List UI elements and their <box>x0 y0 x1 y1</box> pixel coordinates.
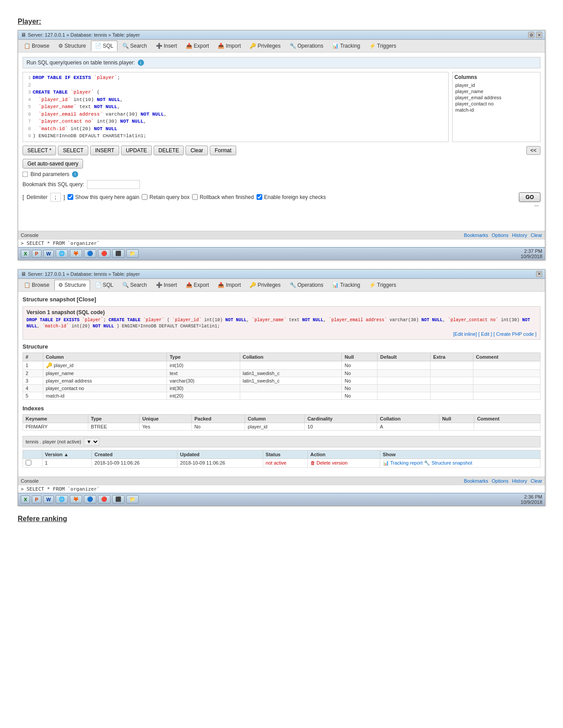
tab-triggers[interactable]: ⚡ Triggers <box>365 41 401 51</box>
retain-checkbox[interactable] <box>142 194 147 200</box>
taskbar-word[interactable]: W <box>43 250 54 258</box>
w2-close-icon[interactable]: ✕ <box>536 271 542 277</box>
info-icon: i <box>138 60 144 66</box>
structure-snapshot-link[interactable]: 🔧 Structure snapshot <box>424 460 472 465</box>
w2-tab-privileges[interactable]: 🔑 Privileges <box>246 280 284 290</box>
tracking-report-link[interactable]: 📊 Tracking report <box>383 460 423 465</box>
ver-header-action: Action <box>307 450 380 458</box>
t2-browser1[interactable]: 🌐 <box>56 495 68 503</box>
sql-line-6: 6 `player_email address` varchar(30) NOT… <box>25 111 446 118</box>
titlebar-controls: ⚙ ✕ <box>528 32 542 38</box>
tab-sql[interactable]: 📄 SQL <box>91 41 117 51</box>
struct-row-2: 2 player_name text latin1_swedish_c No <box>23 369 540 377</box>
foreign-key-label: Enable foreign key checks <box>257 194 326 200</box>
col-header-num: # <box>23 353 43 361</box>
create-php-link[interactable]: [ Create PHP code ] <box>493 331 537 337</box>
tab-privileges[interactable]: 🔑 Privileges <box>246 41 284 51</box>
console-clear[interactable]: Clear <box>531 233 542 238</box>
tab-tracking[interactable]: 📊 Tracking <box>328 41 364 51</box>
tab-export[interactable]: 📤 Export <box>182 41 213 51</box>
sql-line-7: 7 `player_contact no` int(30) NOT NULL, <box>25 118 446 125</box>
go-button[interactable]: GO <box>519 192 540 202</box>
col-player-name: player_name <box>454 88 538 94</box>
console-bookmarks[interactable]: Bookmarks <box>464 233 488 238</box>
clock1: 2:37 PM 10/9/2018 <box>521 248 542 259</box>
edit-inline-link[interactable]: [Edit inline] <box>453 331 477 337</box>
gear-icon[interactable]: ⚙ <box>528 32 534 38</box>
taskbar-square[interactable]: ⬛ <box>112 249 125 258</box>
tab-insert[interactable]: ➕ Insert <box>152 41 181 51</box>
clear-button[interactable]: Clear <box>185 146 208 155</box>
import-icon: 📥 <box>218 43 224 49</box>
insert-button[interactable]: INSERT <box>90 146 119 155</box>
taskbar-browser1[interactable]: 🌐 <box>56 249 68 258</box>
w2-console-options[interactable]: Options <box>492 478 509 484</box>
select-button[interactable]: SELECT <box>58 146 88 155</box>
show-query-checkbox[interactable] <box>68 194 73 200</box>
taskbar-circle-red[interactable]: 🔴 <box>98 249 110 258</box>
foreign-key-checkbox[interactable] <box>257 194 262 200</box>
w2-tab-export[interactable]: 📤 Export <box>182 280 213 290</box>
t2-square[interactable]: ⬛ <box>112 495 125 503</box>
col-header-null: Null <box>342 353 378 361</box>
w2-tab-tracking[interactable]: 📊 Tracking <box>328 280 364 290</box>
w2-console-label: Console <box>21 478 38 484</box>
w2-tab-insert[interactable]: ➕ Insert <box>152 280 181 290</box>
w2-console-sql: > SELECT * FROM `organizer` <box>18 485 545 493</box>
snapshot-header: Structure snapshot [Close] <box>23 296 540 303</box>
t2-excel[interactable]: X <box>21 495 30 503</box>
w2-tab-browse[interactable]: 📋 Browse <box>20 280 53 290</box>
update-button[interactable]: UPDATE <box>121 146 152 155</box>
console-history[interactable]: History <box>512 233 527 238</box>
t2-browser2[interactable]: 🦊 <box>70 495 82 503</box>
sql-editor[interactable]: 1 DROP TABLE IF EXISTS `player`; 2 3 CRE… <box>23 72 449 142</box>
bind-params-checkbox[interactable] <box>23 172 28 177</box>
minimize-icon[interactable]: — <box>534 203 539 208</box>
t2-circle-blue[interactable]: 🔵 <box>84 495 96 503</box>
t2-circle-red[interactable]: 🔴 <box>98 495 110 503</box>
bookmark-input[interactable] <box>87 180 140 189</box>
tab-search[interactable]: 🔍 Search <box>118 41 151 51</box>
tab-browse[interactable]: 📋 Browse <box>20 41 53 51</box>
chevron-button[interactable]: << <box>526 146 540 155</box>
tab-operations[interactable]: 🔧 Operations <box>286 41 328 51</box>
t2-powerpoint[interactable]: P <box>32 495 41 503</box>
close-icon[interactable]: ✕ <box>536 32 542 38</box>
sql-line-2: 2 <box>25 82 446 89</box>
w2-tab-import[interactable]: 📥 Import <box>214 280 245 290</box>
version-select[interactable]: ▼ <box>84 438 99 446</box>
w2-tab-triggers[interactable]: ⚡ Triggers <box>365 280 401 290</box>
format-button[interactable]: Format <box>210 146 236 155</box>
delete-button[interactable]: DELETE <box>154 146 184 155</box>
taskbar-powerpoint[interactable]: P <box>32 250 41 258</box>
edit-link[interactable]: [ Edit ] <box>478 331 492 337</box>
taskbar-circle-blue[interactable]: 🔵 <box>84 249 96 258</box>
tab-structure[interactable]: ⚙ Structure <box>54 41 90 51</box>
w2-tab-structure[interactable]: ⚙ Structure <box>54 280 90 290</box>
w2-tab-operations[interactable]: 🔧 Operations <box>286 280 328 290</box>
version-checkbox[interactable] <box>26 460 31 465</box>
w2-console-history[interactable]: History <box>512 478 527 484</box>
t2-word[interactable]: W <box>43 495 54 503</box>
console-options[interactable]: Options <box>492 233 509 238</box>
w2-console-bookmarks[interactable]: Bookmarks <box>464 478 488 484</box>
delimiter-text: Delimiter <box>26 194 47 200</box>
operations-icon: 🔧 <box>290 43 296 49</box>
rollback-checkbox[interactable] <box>192 194 198 200</box>
delete-version-link[interactable]: 🗑 Delete version <box>310 460 348 465</box>
select-star-button[interactable]: SELECT * <box>23 146 56 155</box>
auto-saved-button[interactable]: Get auto-saved query <box>23 159 83 169</box>
w2-tab-sql[interactable]: 📄 SQL <box>91 280 117 290</box>
tab-import[interactable]: 📥 Import <box>214 41 245 51</box>
delimiter-input[interactable] <box>50 193 61 202</box>
idx-header-null: Null <box>439 414 474 423</box>
taskbar-browser2[interactable]: 🦊 <box>70 249 82 258</box>
structure-table: # Column Type Collation Null Default Ext… <box>23 353 540 400</box>
w2-import-icon: 📥 <box>218 282 224 288</box>
w2-tab-search[interactable]: 🔍 Search <box>118 280 151 290</box>
taskbar-excel[interactable]: X <box>21 250 30 258</box>
t2-folder[interactable]: 📁 <box>126 495 139 503</box>
taskbar-folder[interactable]: 📁 <box>126 249 139 258</box>
taskbar2: X P W 🌐 🦊 🔵 🔴 ⬛ 📁 2:36 PM 10/9/2018 <box>18 493 545 506</box>
w2-console-clear[interactable]: Clear <box>531 478 542 484</box>
